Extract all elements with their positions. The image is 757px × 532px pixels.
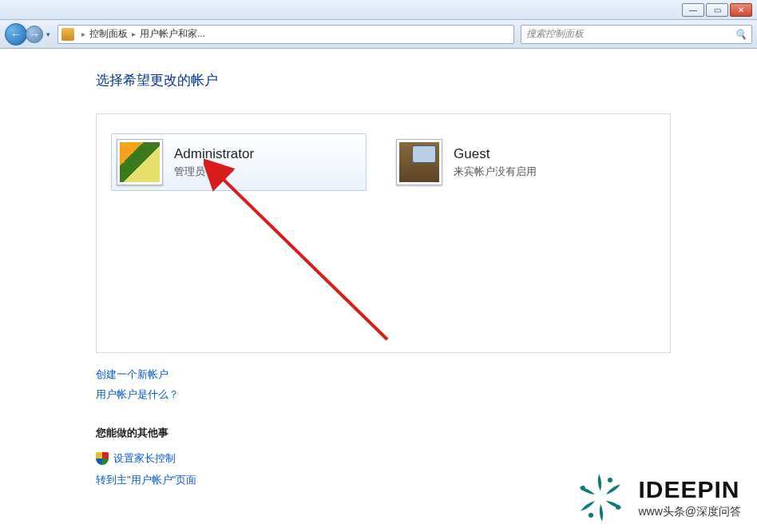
shield-icon — [96, 452, 109, 465]
brand-title: IDEEPIN — [638, 476, 739, 503]
svg-point-4 — [581, 486, 585, 490]
nav-forward-button[interactable]: → — [26, 26, 43, 43]
search-icon: 🔍 — [735, 29, 747, 40]
account-role: 来宾帐户没有启用 — [454, 165, 537, 179]
nav-history-dropdown[interactable]: ▾ — [43, 26, 53, 43]
breadcrumb-sep: ▸ — [81, 30, 85, 38]
svg-point-2 — [616, 505, 620, 510]
address-bar[interactable]: ▸ 控制面板 ▸ 用户帐户和家... — [57, 25, 514, 44]
nav-back-button[interactable]: ← — [5, 23, 27, 46]
link-what-is-account[interactable]: 用户帐户是什么？ — [96, 387, 757, 402]
watermark: IDEEPIN www头条@深度问答 — [573, 470, 741, 526]
account-text: Administrator 管理员 — [174, 146, 254, 179]
link-group: 创建一个新帐户 用户帐户是什么？ — [96, 367, 757, 402]
search-input[interactable]: 搜索控制面板 🔍 — [521, 25, 752, 44]
avatar — [396, 139, 442, 185]
section-label: 您能做的其他事 — [96, 426, 757, 440]
avatar-image-flower — [120, 142, 160, 182]
brand-subtitle: www头条@深度问答 — [638, 505, 741, 519]
account-tile-administrator[interactable]: Administrator 管理员 — [111, 133, 367, 191]
content-area: 选择希望更改的帐户 Administrator 管理员 Guest 来宾帐户没有… — [0, 49, 757, 532]
svg-point-1 — [608, 478, 612, 482]
search-placeholder: 搜索控制面板 — [526, 27, 584, 41]
breadcrumb-sep: ▸ — [132, 30, 136, 38]
account-role: 管理员 — [174, 165, 254, 179]
breadcrumb-item[interactable]: 用户帐户和家... — [140, 27, 205, 41]
account-name: Guest — [454, 146, 537, 162]
link-goto-main[interactable]: 转到主"用户帐户"页面 — [96, 474, 196, 486]
page-title: 选择希望更改的帐户 — [96, 71, 757, 89]
link-create-account[interactable]: 创建一个新帐户 — [96, 367, 757, 382]
logo-icon — [573, 470, 628, 526]
control-panel-icon — [61, 28, 74, 41]
account-tile-guest[interactable]: Guest 来宾帐户没有启用 — [390, 133, 646, 191]
minimize-button[interactable]: — — [682, 3, 704, 17]
account-list-panel: Administrator 管理员 Guest 来宾帐户没有启用 — [96, 113, 671, 353]
breadcrumb-item[interactable]: 控制面板 — [89, 27, 128, 41]
avatar-image-suitcase — [399, 142, 439, 182]
svg-point-3 — [589, 513, 593, 518]
maximize-button[interactable]: ▭ — [706, 3, 728, 17]
account-name: Administrator — [174, 146, 254, 162]
window-titlebar: — ▭ ✕ — [0, 0, 757, 20]
account-text: Guest 来宾帐户没有启用 — [454, 146, 537, 179]
avatar — [117, 139, 163, 185]
link-parental-label: 设置家长控制 — [113, 451, 176, 466]
navigation-bar: ← → ▾ ▸ 控制面板 ▸ 用户帐户和家... 搜索控制面板 🔍 — [0, 20, 757, 49]
close-button[interactable]: ✕ — [730, 3, 752, 17]
link-parental-controls[interactable]: 设置家长控制 — [96, 451, 757, 466]
